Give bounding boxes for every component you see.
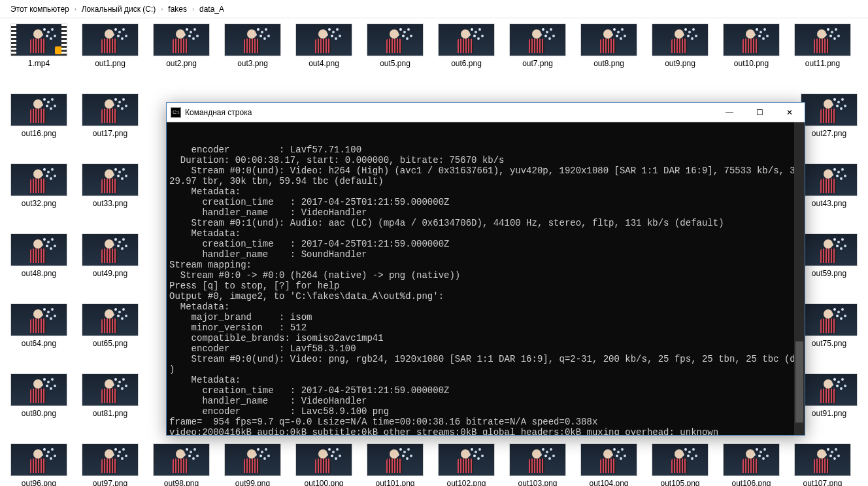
- terminal-window[interactable]: C:\ Командная строка — ☐ ✕ encoder : Lav…: [166, 102, 805, 436]
- window-buttons: — ☐ ✕: [714, 103, 805, 122]
- file-item[interactable]: out102.png: [438, 443, 495, 486]
- file-item[interactable]: out100.png: [295, 443, 352, 486]
- file-item[interactable]: out91.png: [801, 373, 858, 426]
- image-thumbnail: [509, 24, 566, 56]
- file-name: out5.png: [380, 59, 410, 68]
- file-name: out103.png: [518, 479, 557, 486]
- file-item[interactable]: out96.png: [10, 443, 67, 486]
- image-thumbnail: [438, 24, 495, 56]
- image-thumbnail: [82, 164, 139, 196]
- file-name: out64.png: [22, 339, 56, 348]
- close-button[interactable]: ✕: [775, 103, 805, 122]
- file-item[interactable]: out4.png: [295, 24, 352, 76]
- image-thumbnail: [82, 24, 139, 56]
- terminal-title: Командная строка: [185, 108, 714, 117]
- image-thumbnail: [801, 234, 858, 266]
- image-thumbnail: [82, 443, 139, 476]
- image-thumbnail: [10, 443, 67, 476]
- file-item[interactable]: out49.png: [82, 234, 139, 286]
- image-thumbnail: [367, 443, 424, 476]
- file-item[interactable]: out81.png: [82, 373, 139, 426]
- file-item[interactable]: out105.png: [652, 443, 709, 486]
- file-item[interactable]: out64.png: [10, 304, 67, 356]
- file-name: out105.png: [660, 479, 699, 486]
- file-item[interactable]: out80.png: [10, 373, 67, 426]
- file-name: out9.png: [665, 59, 695, 68]
- file-item[interactable]: out48.png: [10, 234, 67, 286]
- file-item[interactable]: out11.png: [794, 24, 851, 76]
- file-name: out102.png: [446, 479, 486, 486]
- file-item[interactable]: out1.png: [82, 24, 139, 76]
- file-name: out99.png: [235, 479, 270, 486]
- image-thumbnail: [652, 443, 709, 476]
- image-thumbnail: [10, 373, 67, 406]
- image-thumbnail: [10, 164, 67, 196]
- image-thumbnail: [10, 304, 67, 336]
- terminal-titlebar[interactable]: C:\ Командная строка — ☐ ✕: [167, 103, 805, 122]
- terminal-scrollbar[interactable]: [794, 122, 805, 435]
- file-item[interactable]: out32.png: [10, 164, 67, 216]
- file-item[interactable]: out3.png: [224, 24, 281, 76]
- image-thumbnail: [82, 304, 139, 336]
- file-name: out7.png: [522, 59, 553, 68]
- file-item[interactable]: out98.png: [153, 443, 210, 486]
- file-item[interactable]: out97.png: [82, 443, 139, 486]
- file-item[interactable]: out7.png: [509, 24, 566, 76]
- file-name: out80.png: [22, 409, 56, 418]
- file-name: out11.png: [805, 59, 840, 68]
- image-thumbnail: [295, 24, 352, 56]
- file-item[interactable]: out27.png: [801, 94, 858, 146]
- breadcrumb-segment[interactable]: fakes: [168, 5, 187, 14]
- image-thumbnail: [580, 24, 637, 56]
- file-name: out107.png: [803, 479, 842, 486]
- file-item[interactable]: out59.png: [801, 234, 858, 286]
- image-thumbnail: [438, 443, 495, 476]
- file-name: out106.png: [731, 479, 771, 486]
- file-item[interactable]: out8.png: [580, 24, 637, 76]
- file-item[interactable]: out16.png: [10, 94, 67, 146]
- file-name: out32.png: [22, 199, 56, 208]
- file-item[interactable]: 1.mp4: [10, 24, 67, 76]
- file-item[interactable]: out10.png: [723, 24, 780, 76]
- file-name: out81.png: [93, 409, 127, 418]
- file-item[interactable]: out17.png: [82, 94, 139, 146]
- file-name: out16.png: [22, 129, 56, 138]
- image-thumbnail: [801, 164, 858, 196]
- image-thumbnail: [153, 443, 210, 476]
- file-item[interactable]: out101.png: [367, 443, 424, 486]
- image-thumbnail: [82, 373, 139, 406]
- file-name: out17.png: [93, 129, 127, 138]
- image-thumbnail: [723, 443, 780, 476]
- file-name: out4.png: [309, 59, 339, 68]
- file-item[interactable]: out106.png: [723, 443, 780, 486]
- image-thumbnail: [801, 304, 858, 336]
- file-item[interactable]: out65.png: [82, 304, 139, 356]
- breadcrumb[interactable]: Этот компьютер›Локальный диск (C:)›fakes…: [0, 0, 868, 18]
- file-name: out98.png: [164, 479, 199, 486]
- file-item[interactable]: out104.png: [580, 443, 637, 486]
- file-item[interactable]: out75.png: [801, 304, 858, 356]
- file-item[interactable]: out103.png: [509, 443, 566, 486]
- breadcrumb-separator: ›: [161, 6, 163, 12]
- file-item[interactable]: out99.png: [224, 443, 281, 486]
- file-item[interactable]: out33.png: [82, 164, 139, 216]
- file-item[interactable]: out9.png: [652, 24, 709, 76]
- image-thumbnail: [82, 234, 139, 266]
- breadcrumb-segment[interactable]: Этот компьютер: [10, 5, 69, 14]
- scroll-thumb[interactable]: [795, 341, 803, 423]
- breadcrumb-segment[interactable]: Локальный диск (C:): [82, 5, 156, 14]
- file-item[interactable]: out5.png: [367, 24, 424, 76]
- minimize-button[interactable]: —: [714, 103, 744, 122]
- file-item[interactable]: out43.png: [801, 164, 858, 216]
- file-name: out8.png: [593, 59, 624, 68]
- maximize-button[interactable]: ☐: [744, 103, 775, 122]
- file-item[interactable]: out2.png: [153, 24, 210, 76]
- file-item[interactable]: out107.png: [794, 443, 851, 486]
- file-name: out91.png: [812, 409, 846, 418]
- terminal-body[interactable]: encoder : Lavf57.71.100 Duration: 00:00:…: [167, 122, 805, 435]
- file-item[interactable]: out6.png: [438, 24, 495, 76]
- file-name: out104.png: [589, 479, 628, 486]
- file-name: out33.png: [93, 199, 127, 208]
- video-thumbnail: [10, 24, 67, 56]
- breadcrumb-segment[interactable]: data_A: [199, 5, 224, 14]
